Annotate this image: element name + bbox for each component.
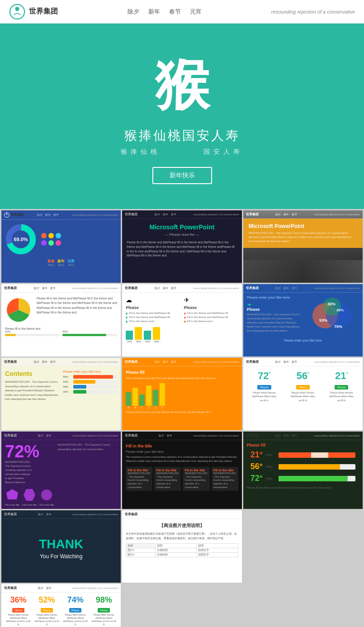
slide-6-title: Please enter your title here	[247, 295, 301, 299]
col2-item-1: Fill in the theme and titlePlease fill	[184, 312, 238, 314]
slide-stats-4: 世界集团 除夕新年 resounding rejection of a cons…	[1, 584, 121, 627]
slide-7-content: Contents WASHINGTON (AP) - The Supreme C…	[1, 366, 121, 405]
slide-4-header: 世界集团 除夕新年春节 resounding rejection of a co…	[1, 284, 121, 293]
svg-marker-15	[24, 489, 35, 501]
slide-3-body: WASHINGTON (AP) - The Supreme Court's re…	[249, 231, 357, 243]
nav-item-4[interactable]: 元宵	[190, 8, 202, 16]
svg-marker-14	[6, 489, 18, 499]
slide-9: 世界集团 除夕新年春节 resounding rejection of a co…	[243, 358, 363, 430]
svg-text:26%: 26%	[336, 308, 344, 312]
stat-pct-3: 74%	[62, 595, 89, 605]
maps-row: Fill in the title Fill in the title Fill…	[5, 488, 54, 506]
slide-1-header: 世界集团 除夕 新年 春节 resounding rejection of a …	[1, 210, 121, 220]
slide-10-text: WASHINGTON (AP) - The Supreme Court's ro…	[5, 460, 32, 484]
slide-14-body: 本文件中所有使用的图片均来源于互联网（包括但不限于搜索引擎），仅作个人研究之用。…	[126, 532, 238, 541]
slide-7: 世界集团 除夕新年春节 resounding rejection of a co…	[1, 358, 121, 430]
hero-character: 猴	[155, 49, 209, 123]
nav-item-3[interactable]: 春节	[169, 8, 181, 16]
slide-8-body: Fill in the theme and title Fill in the …	[126, 376, 238, 380]
hero-subtitle: 猴捧仙桃国安人寿	[124, 127, 240, 144]
slides-grid: 世界集团 除夕 新年 春节 resounding rejection of a …	[0, 209, 364, 627]
slide-9-tagline: resounding rejection of a conservative	[314, 361, 360, 363]
slide-10-right-text: WASHINGTON (AP) - The Supreme Court's re…	[57, 443, 117, 451]
cloud-icon: ☁	[126, 296, 180, 304]
header-tagline: resounding rejection of a conservative	[271, 9, 355, 14]
stat-2: 56° Please Please Write themes titlePlea…	[289, 370, 317, 402]
slide-11-header: 世界集团 除夕新年 resounding rejection of a cons…	[122, 432, 241, 440]
slide-3-title: Microsoft PowerPoint	[249, 223, 357, 229]
slide-7-left: Contents WASHINGTON (AP) - The Supreme C…	[5, 370, 59, 402]
stat-btn-4: Please	[98, 608, 110, 613]
slide-3-header: 世界集团 除夕新年春节 resounding rejection of a co…	[243, 210, 363, 219]
slide-2-body: Please fill in the theme and titlePlease…	[127, 240, 237, 258]
thank-sub: You For Watching	[40, 553, 83, 560]
slide-13-content: THANK You For Watching	[1, 519, 121, 578]
slide-2: 世界集团 除夕新年春节 resounding rejection of a co…	[122, 210, 241, 283]
slide-13: 世界集团 除夕新年 resounding rejection of a cons…	[1, 510, 121, 583]
slide-6-tagline: resounding rejection of a conservative	[314, 287, 360, 290]
stat-2-label: Please Write themes titlePlease filltext…	[289, 391, 317, 402]
hero-section: 猴 猴捧仙桃国安人寿 猴捧仙桃 国安人寿 新年快乐	[0, 24, 364, 209]
slide-10-left: 72% WASHINGTON (AP) - The Supreme Court'…	[5, 443, 54, 506]
donut-label: 69.0%	[14, 237, 28, 242]
col1-title: Please	[126, 305, 180, 310]
slide-1-content: 69.0%	[1, 220, 121, 259]
stat-block-1: 36% Please Please fillthe themes titlePl…	[5, 595, 32, 626]
slide-8-bottom: Please fill the theme and title Please f…	[126, 411, 238, 413]
slide-10: 世界集团 除夕新年 resounding rejection of a cons…	[1, 432, 121, 509]
slide-8-header: 世界集团 除夕新年春节 resounding rejection of a co…	[122, 358, 241, 366]
slide-2-content: Microsoft PowerPoint — Please read the —…	[122, 219, 241, 262]
svg-point-16	[41, 489, 52, 500]
nav-item-2[interactable]: 新年	[148, 8, 160, 16]
progress-bars: 20% 80%	[1, 330, 121, 340]
slide-3: 世界集团 除夕新年春节 resounding rejection of a co…	[243, 210, 363, 283]
slide-14-table: 名称说明说明 图片1示例内容说明文字 图片2示例内容说明文字	[126, 543, 238, 557]
big-72: 72%	[5, 443, 54, 460]
slide-2-tagline: resounding rejection of a conservative	[194, 213, 239, 216]
stat-btn-2: Please	[41, 608, 53, 613]
col1-item-3: Fill in the theme and t	[126, 320, 180, 323]
slide-5-content: ☁ Please Fill in the theme and titlePlea…	[122, 293, 241, 328]
svg-point-1	[15, 7, 19, 11]
slide-6-header: 世界集团 除夕新年春节 resounding rejection of a co…	[243, 284, 363, 293]
slide-14-title: 【商业图片使用说明】	[126, 522, 238, 529]
slide-14-content: 【商业图片使用说明】 本文件中所有使用的图片均来源于互联网（包括但不限于搜索引擎…	[122, 519, 241, 561]
slide-3-orange-box: Microsoft PowerPoint WASHINGTON (AP) - T…	[243, 218, 363, 248]
logo: 世界集团	[9, 4, 58, 20]
slide-5: 世界集团 除夕新年春节 resounding rejection of a co…	[122, 284, 241, 356]
hbar-row-3: 72° Sep	[247, 474, 359, 483]
stat-pct-2: 52%	[33, 595, 60, 605]
stat-pct-1: 36%	[5, 595, 32, 605]
slide-13-header: 世界集团 除夕新年 resounding rejection of a cons…	[1, 510, 121, 519]
hero-sub2: 猴捧仙桃 国安人寿	[121, 148, 243, 156]
slide-1: 世界集团 除夕 新年 春节 resounding rejection of a …	[1, 210, 121, 283]
slide-7-right: Please enter your title here 90% 50% 30%	[63, 370, 117, 402]
slide-5-tagline: resounding rejection of a conservative	[194, 287, 239, 290]
logo-text: 世界集团	[29, 7, 58, 16]
svg-point-0	[10, 4, 24, 19]
svg-text:70%: 70%	[334, 324, 342, 329]
slide-7-subtitle: Please enter your title here	[63, 370, 117, 373]
slide-11-subtitle: Please enter your title here	[126, 450, 238, 453]
slide-6-col-title: Please	[247, 307, 301, 312]
slide-5-col1: ☁ Please Fill in the theme and titlePlea…	[126, 296, 180, 324]
col2-title: Please	[184, 305, 238, 310]
stat-1: 72° Please Please Write themes titlePlea…	[251, 370, 278, 402]
map-1: Fill in the title	[5, 488, 19, 506]
slide-11-content: Fill in the title Please enter your titl…	[122, 440, 241, 494]
nav-item-1[interactable]: 除夕	[128, 8, 139, 16]
venn-diagram: 53% 70% 30% 26%	[305, 295, 359, 336]
hero-button[interactable]: 新年快乐	[152, 167, 212, 184]
slide-9-content: 72° Please Please Write themes titlePlea…	[243, 366, 363, 406]
stat-3: 21° Please Please Write themes titlePlea…	[328, 370, 355, 402]
svg-point-3	[6, 213, 8, 214]
slide-12-content: Please fill 21° Feb 56° May 72° Sep	[243, 440, 363, 493]
map-3: Fill in the title	[39, 488, 54, 506]
slide-6: 世界集团 除夕新年春节 resounding rejection of a co…	[243, 284, 363, 356]
contents-body: WASHINGTON (AP) - The Supreme Court's re…	[5, 380, 59, 402]
col1-item-1: Fill in the theme and titlePlease fill	[126, 312, 180, 314]
map-2: Fill in the title	[22, 488, 37, 506]
timeline-item-1: Fill in the title WASHINGTON (AP) - The …	[126, 467, 152, 491]
slide-10-tagline: resounding rejection of a conservative	[72, 434, 118, 437]
slide-8-content: Please fill Fill in the theme and title …	[122, 366, 241, 417]
